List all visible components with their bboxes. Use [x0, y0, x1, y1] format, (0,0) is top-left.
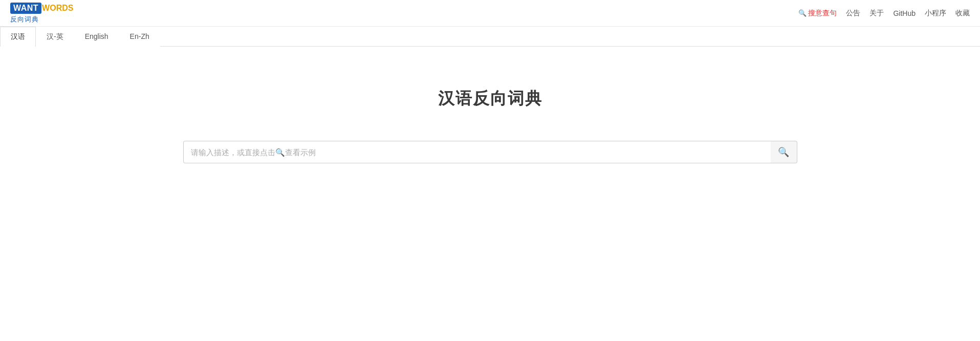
tab-zh-en[interactable]: 汉-英 — [36, 27, 74, 47]
tab-zh[interactable]: 汉语 — [0, 27, 36, 47]
nav-miniapp[interactable]: 小程序 — [925, 9, 946, 18]
search-input-wrapper — [183, 141, 771, 163]
nav-bookmark[interactable]: 收藏 — [955, 9, 970, 18]
nav-about[interactable]: 关于 — [869, 9, 884, 18]
logo-area: WANT WORDS 反向词典 — [10, 3, 73, 24]
nav-right: 🔍 搜意查句 公告 关于 GitHub 小程序 收藏 — [798, 9, 970, 18]
nav-announcement[interactable]: 公告 — [846, 9, 860, 18]
page-title: 汉语反向词典 — [438, 88, 542, 110]
nav-search-label: 搜意查句 — [808, 9, 837, 18]
logo-subtitle: 反向词典 — [10, 15, 39, 24]
tab-en-zh[interactable]: En-Zh — [119, 27, 160, 47]
search-button[interactable]: 🔍 — [771, 141, 797, 163]
main-content: 汉语反向词典 🔍 — [0, 47, 980, 163]
tab-en[interactable]: English — [74, 27, 119, 47]
search-area: 🔍 — [183, 141, 797, 163]
search-input[interactable] — [191, 148, 764, 157]
search-button-icon: 🔍 — [778, 146, 789, 158]
nav-search-link[interactable]: 🔍 搜意查句 — [798, 9, 837, 18]
logo-brand: WANT WORDS — [10, 3, 73, 14]
search-icon-small: 🔍 — [798, 9, 807, 17]
logo-words: WORDS — [42, 4, 73, 13]
tabs-bar: 汉语 汉-英 English En-Zh — [0, 27, 980, 47]
nav-github[interactable]: GitHub — [893, 9, 916, 17]
logo-want[interactable]: WANT — [10, 3, 41, 14]
header: WANT WORDS 反向词典 🔍 搜意查句 公告 关于 GitHub 小程序 … — [0, 0, 980, 27]
